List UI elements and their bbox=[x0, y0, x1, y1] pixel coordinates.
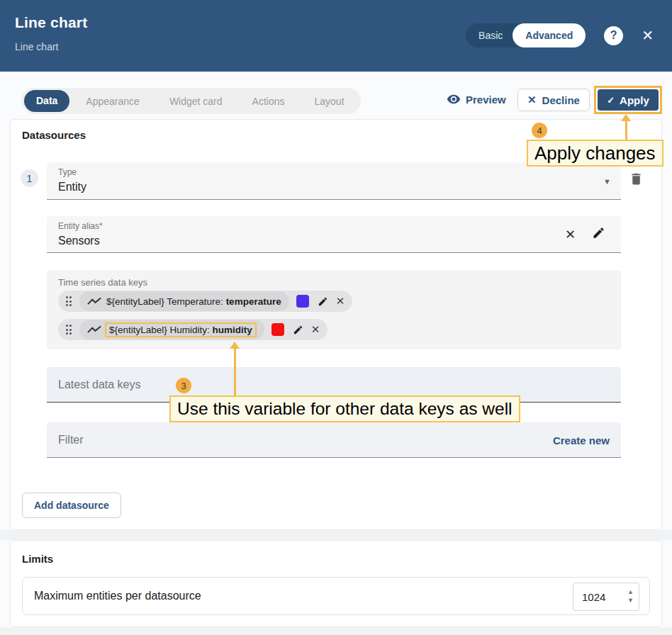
dialog-subtitle: Line chart bbox=[15, 41, 58, 52]
edit-alias-button[interactable] bbox=[592, 226, 605, 240]
limits-card: Limits Maximum entities per datasource ▲… bbox=[10, 540, 662, 627]
datasources-heading: Datasources bbox=[22, 129, 86, 141]
timeseries-data-keys-panel: Time series data keys ${entityLabel} Tem… bbox=[47, 270, 621, 349]
annotation-badge-4: 4 bbox=[532, 123, 547, 138]
delete-datasource-button[interactable] bbox=[629, 172, 644, 186]
help-icon[interactable]: ? bbox=[604, 26, 623, 45]
datasource-index-badge: 1 bbox=[21, 169, 38, 187]
tab-layout[interactable]: Layout bbox=[300, 96, 359, 107]
card-gap bbox=[0, 530, 672, 540]
toggle-option-basic[interactable]: Basic bbox=[478, 30, 503, 41]
preview-label: Preview bbox=[466, 94, 506, 106]
preview-button[interactable]: Preview bbox=[447, 92, 506, 106]
type-label: Type bbox=[58, 167, 77, 177]
apply-button-highlight: ✓ Apply bbox=[594, 86, 662, 114]
color-swatch[interactable] bbox=[271, 323, 284, 336]
annotation-arrow-3-line bbox=[234, 349, 236, 395]
check-icon: ✓ bbox=[607, 95, 615, 106]
tab-data[interactable]: Data bbox=[24, 90, 69, 112]
stepper-down-icon[interactable]: ▼ bbox=[627, 597, 634, 605]
settings-tab-bar: Data Appearance Widget card Actions Layo… bbox=[21, 88, 361, 114]
edit-data-key-button[interactable] bbox=[293, 325, 303, 335]
apply-button[interactable]: ✓ Apply bbox=[598, 89, 659, 111]
max-entities-row: Maximum entities per datasource ▲ ▼ bbox=[22, 577, 650, 615]
annotation-badge-3: 3 bbox=[176, 378, 191, 393]
annotation-arrow-4-head bbox=[621, 114, 631, 121]
decline-label: Decline bbox=[542, 94, 580, 106]
max-entities-input[interactable] bbox=[573, 583, 623, 610]
edit-data-key-button[interactable] bbox=[318, 296, 328, 307]
tab-widget-card[interactable]: Widget card bbox=[155, 96, 237, 107]
number-stepper[interactable]: ▲ ▼ bbox=[627, 588, 634, 605]
drag-handle-icon[interactable] bbox=[58, 325, 79, 335]
annotation-arrow-4-line bbox=[625, 121, 627, 140]
max-entities-label: Maximum entities per datasource bbox=[34, 590, 201, 602]
stepper-up-icon[interactable]: ▲ bbox=[627, 588, 634, 596]
data-key-chip-label: ${entityLabel} Temperature: temperature bbox=[106, 296, 281, 307]
toggle-option-advanced[interactable]: Advanced bbox=[513, 23, 586, 47]
pencil-icon bbox=[293, 325, 303, 335]
data-key-chip-body[interactable]: ${entityLabel} Temperature: temperature bbox=[79, 291, 289, 311]
remove-data-key-icon[interactable]: ✕ bbox=[336, 295, 345, 308]
chevron-down-icon[interactable]: ▼ bbox=[603, 177, 611, 186]
max-entities-input-box[interactable]: ▲ ▼ bbox=[573, 583, 639, 611]
apply-label: Apply bbox=[620, 94, 649, 106]
close-icon[interactable]: ✕ bbox=[642, 28, 654, 43]
entity-alias-value: Sensors bbox=[58, 235, 100, 247]
dialog-title: Line chart bbox=[15, 14, 87, 31]
basic-advanced-toggle[interactable]: Basic Advanced bbox=[466, 23, 586, 47]
timeseries-label: Time series data keys bbox=[58, 277, 147, 288]
remove-data-key-icon[interactable]: ✕ bbox=[311, 323, 320, 336]
filter-field[interactable]: Filter Create new bbox=[47, 422, 621, 458]
pencil-icon bbox=[592, 226, 605, 240]
create-new-filter-link[interactable]: Create new bbox=[553, 434, 610, 446]
datasource-type-select[interactable]: Type Entity ▼ bbox=[47, 162, 621, 200]
type-value: Entity bbox=[58, 181, 86, 193]
bottom-gap bbox=[0, 627, 672, 635]
drag-handle-icon[interactable] bbox=[58, 296, 79, 306]
decline-x-icon: ✕ bbox=[527, 94, 537, 106]
tab-actions[interactable]: Actions bbox=[237, 96, 300, 107]
timeseries-line-icon bbox=[87, 325, 101, 334]
eye-icon bbox=[447, 92, 461, 106]
add-datasource-button[interactable]: Add datasource bbox=[22, 493, 121, 518]
clear-alias-icon[interactable]: ✕ bbox=[565, 227, 576, 242]
entity-alias-label: Entity alias* bbox=[58, 221, 103, 231]
data-key-chip-temperature[interactable]: ${entityLabel} Temperature: temperature … bbox=[58, 291, 352, 312]
annotation-arrow-3-head bbox=[230, 342, 240, 349]
color-swatch[interactable] bbox=[296, 295, 309, 308]
limits-heading: Limits bbox=[22, 553, 53, 565]
decline-button[interactable]: ✕ Decline bbox=[517, 89, 590, 111]
tab-appearance[interactable]: Appearance bbox=[71, 96, 155, 107]
datasources-card: Datasources 1 Type Entity ▼ Entity alias… bbox=[10, 119, 662, 530]
trash-icon bbox=[629, 172, 644, 186]
latest-data-keys-label: Latest data keys bbox=[58, 378, 141, 391]
entity-alias-field[interactable]: Entity alias* Sensors ✕ bbox=[47, 216, 621, 253]
annotation-use-variable: Use this variable for other data keys as… bbox=[169, 395, 520, 422]
filter-label: Filter bbox=[58, 434, 84, 446]
data-key-chip-body[interactable]: ${entityLabel} Humidity: humidity bbox=[79, 320, 264, 339]
dialog-header: Line chart Line chart Basic Advanced ? ✕ bbox=[0, 0, 672, 72]
annotation-apply-changes: Apply changes bbox=[527, 140, 663, 167]
highlighted-data-key-label: ${entityLabel} Humidity: humidity bbox=[105, 322, 257, 337]
pencil-icon bbox=[318, 296, 328, 307]
timeseries-line-icon bbox=[87, 297, 101, 305]
data-key-chip-humidity[interactable]: ${entityLabel} Humidity: humidity ✕ bbox=[58, 319, 327, 340]
